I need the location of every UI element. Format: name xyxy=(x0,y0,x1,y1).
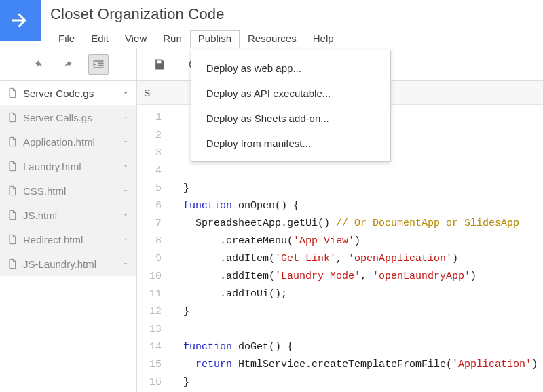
file-icon xyxy=(7,111,18,124)
header: Closet Organization Code File Edit View … xyxy=(0,0,543,48)
file-row[interactable]: Laundry.html xyxy=(0,154,136,178)
file-name: Application.html xyxy=(23,136,95,148)
file-sidebar: Server Code.gsServer Calls.gsApplication… xyxy=(0,81,137,392)
deploy-from-manifest[interactable]: Deploy from manifest... xyxy=(191,131,390,156)
file-icon xyxy=(7,208,18,222)
title-and-menus: Closet Organization Code File Edit View … xyxy=(41,0,352,48)
menu-run[interactable]: Run xyxy=(155,30,190,48)
chevron-down-icon xyxy=(121,260,130,268)
menu-file[interactable]: File xyxy=(50,30,83,48)
file-name: JS.html xyxy=(23,210,57,221)
menu-publish-label: Publish xyxy=(198,33,231,44)
app-logo[interactable] xyxy=(0,0,41,41)
menu-view[interactable]: View xyxy=(117,30,155,48)
deploy-sheets-addon[interactable]: Deploy as Sheets add-on... xyxy=(191,106,390,131)
file-row[interactable]: Server Calls.gs xyxy=(0,105,136,130)
file-row[interactable]: Application.html xyxy=(0,130,136,154)
file-name: CSS.html xyxy=(23,185,66,197)
chevron-down-icon xyxy=(121,162,130,170)
undo-button[interactable] xyxy=(29,54,49,75)
menu-help[interactable]: Help xyxy=(305,30,342,48)
menu-edit[interactable]: Edit xyxy=(83,30,117,48)
save-button[interactable] xyxy=(149,54,170,75)
function-selector[interactable]: S xyxy=(144,87,150,98)
arrow-right-icon xyxy=(8,8,33,33)
chevron-down-icon xyxy=(121,113,130,121)
file-name: Server Code.gs xyxy=(23,87,94,99)
file-row[interactable]: JS-Laundry.html xyxy=(0,252,136,276)
chevron-down-icon xyxy=(121,89,130,97)
file-icon xyxy=(7,86,18,100)
indent-icon xyxy=(92,58,105,71)
file-icon xyxy=(7,257,18,271)
chevron-down-icon xyxy=(121,138,130,146)
file-name: Server Calls.gs xyxy=(23,112,92,123)
redo-icon xyxy=(62,58,75,71)
file-row[interactable]: CSS.html xyxy=(0,178,136,203)
chevron-down-icon xyxy=(121,235,130,243)
file-icon xyxy=(7,233,18,246)
menubar: File Edit View Run Publish Deploy as web… xyxy=(50,30,342,48)
file-icon xyxy=(7,135,18,149)
chevron-down-icon xyxy=(121,187,130,195)
save-icon xyxy=(153,58,166,71)
redo-button[interactable] xyxy=(58,54,79,75)
document-title[interactable]: Closet Organization Code xyxy=(50,5,342,23)
file-row[interactable]: JS.html xyxy=(0,203,136,227)
file-name: Laundry.html xyxy=(23,161,81,172)
file-name: JS-Laundry.html xyxy=(23,258,96,270)
undo-icon xyxy=(32,58,45,71)
indent-button[interactable] xyxy=(88,54,109,75)
line-gutter: 1234567891011121314151617 xyxy=(137,105,171,392)
menu-resources[interactable]: Resources xyxy=(240,30,305,48)
deploy-web-app[interactable]: Deploy as web app... xyxy=(191,56,390,81)
file-icon xyxy=(7,184,18,197)
publish-dropdown: Deploy as web app... Deploy as API execu… xyxy=(191,50,391,162)
deploy-api-executable[interactable]: Deploy as API executable... xyxy=(191,81,390,106)
file-row[interactable]: Server Code.gs xyxy=(0,81,136,105)
file-name: Redirect.html xyxy=(23,234,83,246)
chevron-down-icon xyxy=(121,211,130,219)
toolbar-left xyxy=(0,48,137,80)
menu-publish[interactable]: Publish Deploy as web app... Deploy as A… xyxy=(190,30,240,48)
file-icon xyxy=(7,159,18,173)
file-row[interactable]: Redirect.html xyxy=(0,227,136,252)
